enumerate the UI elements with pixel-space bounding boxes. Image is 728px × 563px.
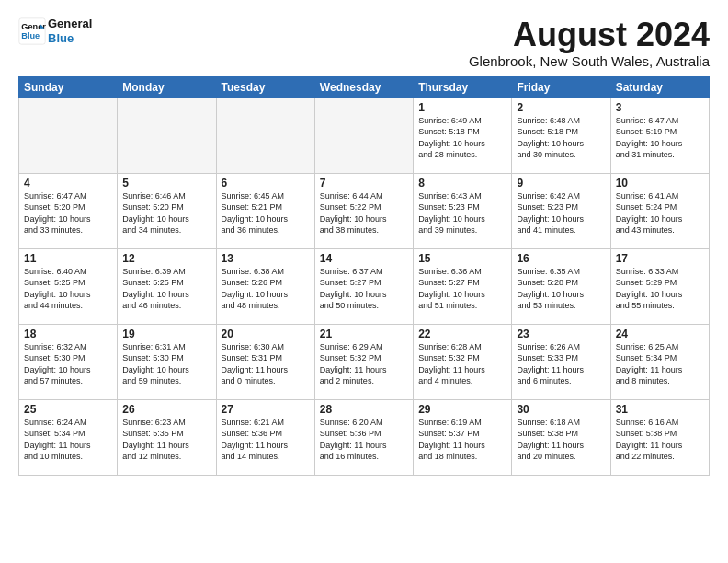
day-info: Sunrise: 6:36 AMSunset: 5:27 PMDaylight:… [418, 266, 506, 312]
calendar-cell: 9Sunrise: 6:42 AMSunset: 5:23 PMDaylight… [512, 173, 610, 248]
day-info: Sunrise: 6:47 AMSunset: 5:20 PMDaylight:… [24, 190, 112, 236]
day-info: Sunrise: 6:45 AMSunset: 5:21 PMDaylight:… [222, 190, 310, 236]
day-info: Sunrise: 6:43 AMSunset: 5:23 PMDaylight:… [418, 190, 506, 236]
calendar-cell: 7Sunrise: 6:44 AMSunset: 5:22 PMDaylight… [314, 173, 413, 248]
day-number: 5 [122, 177, 210, 190]
day-info: Sunrise: 6:44 AMSunset: 5:22 PMDaylight:… [320, 190, 408, 236]
calendar-cell: 8Sunrise: 6:43 AMSunset: 5:23 PMDaylight… [414, 173, 512, 248]
day-number: 26 [122, 403, 210, 416]
weekday-header-sunday: Sunday [19, 76, 118, 98]
header: General Blue General Blue August 2024 Gl… [18, 17, 710, 69]
day-info: Sunrise: 6:35 AMSunset: 5:28 PMDaylight:… [517, 266, 605, 312]
month-title: August 2024 [469, 17, 710, 53]
calendar-cell [19, 98, 118, 173]
day-number: 6 [222, 177, 310, 190]
day-number: 9 [517, 177, 605, 190]
day-number: 23 [517, 327, 605, 340]
day-number: 7 [320, 177, 408, 190]
calendar-cell: 19Sunrise: 6:31 AMSunset: 5:30 PMDayligh… [118, 324, 216, 399]
day-info: Sunrise: 6:46 AMSunset: 5:20 PMDaylight:… [122, 190, 210, 236]
calendar-cell: 21Sunrise: 6:29 AMSunset: 5:32 PMDayligh… [314, 324, 413, 399]
day-number: 25 [24, 403, 112, 416]
calendar-cell: 2Sunrise: 6:48 AMSunset: 5:18 PMDaylight… [512, 98, 610, 173]
day-info: Sunrise: 6:23 AMSunset: 5:35 PMDaylight:… [122, 417, 210, 463]
calendar-cell: 23Sunrise: 6:26 AMSunset: 5:33 PMDayligh… [512, 324, 610, 399]
calendar-cell: 25Sunrise: 6:24 AMSunset: 5:34 PMDayligh… [19, 399, 118, 475]
calendar-cell [216, 98, 314, 173]
calendar-cell: 5Sunrise: 6:46 AMSunset: 5:20 PMDaylight… [118, 173, 216, 248]
day-number: 16 [517, 252, 605, 265]
day-info: Sunrise: 6:48 AMSunset: 5:18 PMDaylight:… [517, 115, 605, 161]
day-info: Sunrise: 6:21 AMSunset: 5:36 PMDaylight:… [222, 417, 310, 463]
calendar-cell: 26Sunrise: 6:23 AMSunset: 5:35 PMDayligh… [118, 399, 216, 475]
weekday-header-friday: Friday [512, 76, 610, 98]
calendar-cell: 30Sunrise: 6:18 AMSunset: 5:38 PMDayligh… [512, 399, 610, 475]
logo-icon: General Blue [18, 17, 46, 45]
calendar-cell: 27Sunrise: 6:21 AMSunset: 5:36 PMDayligh… [216, 399, 314, 475]
day-info: Sunrise: 6:31 AMSunset: 5:30 PMDaylight:… [122, 341, 210, 387]
day-number: 12 [122, 252, 210, 265]
day-info: Sunrise: 6:29 AMSunset: 5:32 PMDaylight:… [320, 341, 408, 387]
day-info: Sunrise: 6:18 AMSunset: 5:38 PMDaylight:… [517, 417, 605, 463]
calendar-cell: 4Sunrise: 6:47 AMSunset: 5:20 PMDaylight… [19, 173, 118, 248]
logo: General Blue General Blue [18, 17, 92, 45]
location-title: Glenbrook, New South Wales, Australia [469, 53, 710, 69]
calendar-cell: 20Sunrise: 6:30 AMSunset: 5:31 PMDayligh… [216, 324, 314, 399]
day-info: Sunrise: 6:38 AMSunset: 5:26 PMDaylight:… [222, 266, 310, 312]
title-block: August 2024 Glenbrook, New South Wales, … [469, 17, 710, 69]
calendar-cell: 13Sunrise: 6:38 AMSunset: 5:26 PMDayligh… [216, 248, 314, 324]
calendar-cell: 16Sunrise: 6:35 AMSunset: 5:28 PMDayligh… [512, 248, 610, 324]
calendar-cell: 15Sunrise: 6:36 AMSunset: 5:27 PMDayligh… [414, 248, 512, 324]
weekday-header-monday: Monday [118, 76, 216, 98]
day-number: 8 [418, 177, 506, 190]
day-info: Sunrise: 6:33 AMSunset: 5:29 PMDaylight:… [616, 266, 704, 312]
day-number: 28 [320, 403, 408, 416]
day-number: 13 [222, 252, 310, 265]
day-info: Sunrise: 6:39 AMSunset: 5:25 PMDaylight:… [122, 266, 210, 312]
day-info: Sunrise: 6:26 AMSunset: 5:33 PMDaylight:… [517, 341, 605, 387]
weekday-header-saturday: Saturday [610, 76, 709, 98]
weekday-header-tuesday: Tuesday [216, 76, 314, 98]
day-number: 27 [222, 403, 310, 416]
day-number: 31 [616, 403, 704, 416]
day-number: 17 [616, 252, 704, 265]
calendar-cell: 3Sunrise: 6:47 AMSunset: 5:19 PMDaylight… [610, 98, 709, 173]
calendar-cell: 31Sunrise: 6:16 AMSunset: 5:38 PMDayligh… [610, 399, 709, 475]
calendar-cell: 1Sunrise: 6:49 AMSunset: 5:18 PMDaylight… [414, 98, 512, 173]
calendar-cell: 6Sunrise: 6:45 AMSunset: 5:21 PMDaylight… [216, 173, 314, 248]
weekday-header-thursday: Thursday [414, 76, 512, 98]
day-info: Sunrise: 6:28 AMSunset: 5:32 PMDaylight:… [418, 341, 506, 387]
day-info: Sunrise: 6:30 AMSunset: 5:31 PMDaylight:… [222, 341, 310, 387]
day-info: Sunrise: 6:37 AMSunset: 5:27 PMDaylight:… [320, 266, 408, 312]
day-number: 2 [517, 101, 605, 114]
day-number: 22 [418, 327, 506, 340]
day-number: 4 [24, 177, 112, 190]
day-number: 10 [616, 177, 704, 190]
day-info: Sunrise: 6:32 AMSunset: 5:30 PMDaylight:… [24, 341, 112, 387]
day-info: Sunrise: 6:41 AMSunset: 5:24 PMDaylight:… [616, 190, 704, 236]
day-info: Sunrise: 6:16 AMSunset: 5:38 PMDaylight:… [616, 417, 704, 463]
day-number: 15 [418, 252, 506, 265]
day-info: Sunrise: 6:49 AMSunset: 5:18 PMDaylight:… [418, 115, 506, 161]
day-number: 20 [222, 327, 310, 340]
calendar-cell: 29Sunrise: 6:19 AMSunset: 5:37 PMDayligh… [414, 399, 512, 475]
day-info: Sunrise: 6:25 AMSunset: 5:34 PMDaylight:… [616, 341, 704, 387]
day-number: 29 [418, 403, 506, 416]
calendar-cell [314, 98, 413, 173]
calendar-cell: 18Sunrise: 6:32 AMSunset: 5:30 PMDayligh… [19, 324, 118, 399]
logo-text: General Blue [48, 17, 92, 45]
calendar-cell: 28Sunrise: 6:20 AMSunset: 5:36 PMDayligh… [314, 399, 413, 475]
svg-text:Blue: Blue [21, 30, 40, 40]
calendar-cell: 12Sunrise: 6:39 AMSunset: 5:25 PMDayligh… [118, 248, 216, 324]
day-info: Sunrise: 6:19 AMSunset: 5:37 PMDaylight:… [418, 417, 506, 463]
day-number: 3 [616, 101, 704, 114]
weekday-header-wednesday: Wednesday [314, 76, 413, 98]
calendar-cell: 22Sunrise: 6:28 AMSunset: 5:32 PMDayligh… [414, 324, 512, 399]
day-info: Sunrise: 6:40 AMSunset: 5:25 PMDaylight:… [24, 266, 112, 312]
page: General Blue General Blue August 2024 Gl… [0, 0, 728, 563]
day-info: Sunrise: 6:24 AMSunset: 5:34 PMDaylight:… [24, 417, 112, 463]
calendar-cell: 11Sunrise: 6:40 AMSunset: 5:25 PMDayligh… [19, 248, 118, 324]
day-info: Sunrise: 6:47 AMSunset: 5:19 PMDaylight:… [616, 115, 704, 161]
calendar-cell: 17Sunrise: 6:33 AMSunset: 5:29 PMDayligh… [610, 248, 709, 324]
day-info: Sunrise: 6:20 AMSunset: 5:36 PMDaylight:… [320, 417, 408, 463]
